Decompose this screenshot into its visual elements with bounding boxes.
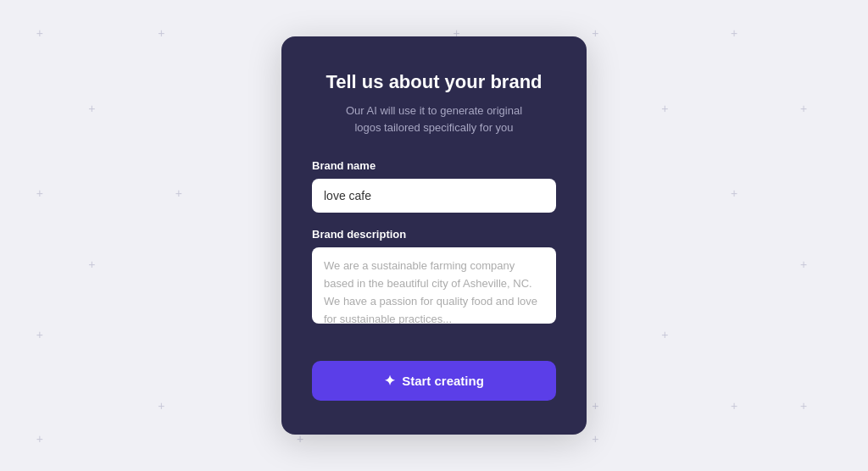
cross-decoration: + <box>590 401 600 411</box>
cross-decoration: + <box>729 28 739 38</box>
cross-decoration: + <box>35 28 45 38</box>
brand-name-group: Brand name <box>312 159 556 213</box>
start-creating-label: Start creating <box>402 374 484 388</box>
cross-decoration: + <box>590 28 600 38</box>
cross-decoration: + <box>659 103 670 114</box>
cross-decoration: + <box>659 330 670 340</box>
brand-description-input[interactable] <box>312 247 556 324</box>
cross-decoration: + <box>156 401 166 411</box>
brand-description-label: Brand description <box>312 228 556 241</box>
cross-decoration: + <box>86 103 97 114</box>
brand-description-group: Brand description <box>312 228 556 327</box>
cross-decoration: + <box>35 330 45 340</box>
cross-decoration: + <box>798 259 809 269</box>
cross-decoration: + <box>174 188 184 198</box>
sparkle-icon: ✦ <box>384 373 395 389</box>
start-creating-button[interactable]: ✦ Start creating <box>312 361 556 401</box>
cross-decoration: + <box>156 28 166 38</box>
cross-decoration: + <box>86 259 97 269</box>
cross-decoration: + <box>798 103 809 114</box>
cross-decoration: + <box>798 401 809 411</box>
brand-name-label: Brand name <box>312 159 556 172</box>
cross-decoration: + <box>295 434 305 444</box>
brand-name-input[interactable] <box>312 179 556 213</box>
card-subtitle: Our AI will use it to generate original … <box>332 103 536 136</box>
brand-form-card: Tell us about your brand Our AI will use… <box>281 36 587 435</box>
cross-decoration: + <box>35 188 45 198</box>
cross-decoration: + <box>590 434 600 444</box>
cross-decoration: + <box>729 188 739 198</box>
card-title: Tell us about your brand <box>326 70 542 95</box>
cross-decoration: + <box>35 434 45 444</box>
cross-decoration: + <box>729 401 739 411</box>
